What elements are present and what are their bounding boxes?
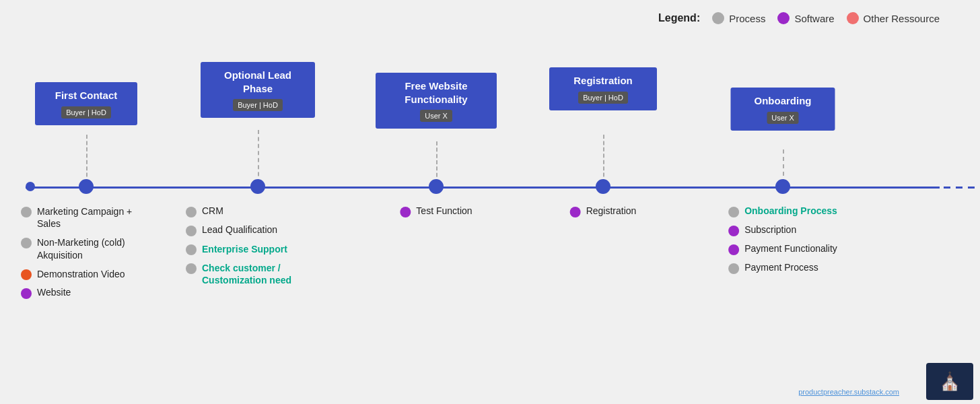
timeline-line (26, 187, 940, 189)
role-badge-free-website: User X (420, 110, 452, 122)
logo-box: ⛪ (926, 363, 973, 400)
list-item: Lead Qualification (186, 224, 330, 236)
role-badge-onboarding: User X (767, 112, 799, 124)
phase-label-registration: Registration (573, 75, 633, 86)
vline-registration (603, 135, 604, 183)
phase-box-onboarding: Onboarding User X (731, 88, 835, 131)
legend-item-other: Other Ressource (847, 12, 940, 24)
dot-icon (21, 288, 32, 299)
item-label: Non-Marketing (cold) Akquisition (37, 236, 151, 261)
milestone-optional-lead (250, 179, 265, 194)
dot-icon (728, 226, 739, 236)
process-dot-icon (712, 12, 724, 24)
item-label: Payment Functionality (744, 243, 837, 254)
items-onboarding: Onboarding Process Subscription Payment … (728, 205, 837, 274)
list-item: Non-Marketing (cold) Akquisition (21, 236, 151, 261)
phase-label-onboarding: Onboarding (755, 95, 812, 106)
dot-icon (728, 244, 739, 255)
list-item: CRM (186, 205, 330, 217)
item-label: CRM (202, 205, 223, 216)
vline-onboarding (783, 149, 784, 183)
legend-item-process: Process (712, 12, 765, 24)
dot-icon (21, 238, 32, 248)
item-label: Marketing Campaign + Sales (37, 205, 151, 230)
list-item: Marketing Campaign + Sales (21, 205, 151, 230)
dot-icon (728, 207, 739, 217)
legend-item-software: Software (777, 12, 834, 24)
legend-process-label: Process (729, 13, 765, 24)
list-item: Subscription (728, 224, 837, 236)
role-badge-registration: Buyer | HoD (578, 92, 628, 104)
list-item: Payment Functionality (728, 243, 837, 255)
list-item: Onboarding Process (728, 205, 837, 217)
legend-software-label: Software (794, 13, 834, 24)
vline-first-contact (86, 135, 88, 183)
other-dot-icon (847, 12, 859, 24)
dot-icon (21, 207, 32, 217)
list-item: Demonstration Video (21, 268, 151, 280)
milestone-first-contact (79, 179, 94, 194)
item-label: Subscription (744, 224, 796, 235)
dot-icon (400, 207, 411, 217)
item-label: Payment Process (744, 262, 818, 273)
list-item: Payment Process (728, 262, 837, 274)
item-label: Enterprise Support (202, 243, 287, 255)
dot-icon (21, 269, 32, 280)
timeline-dashed-extension (895, 187, 980, 189)
items-registration: Registration (570, 205, 637, 217)
legend: Legend: Process Software Other Ressource (658, 12, 940, 24)
phase-label-first-contact: First Contact (55, 90, 118, 101)
timeline-start-dot (26, 182, 35, 191)
phase-label-free-website: Free Website Functionality (405, 80, 467, 105)
phase-box-registration: Registration Buyer | HoD (549, 67, 657, 110)
vline-optional-lead (258, 130, 259, 183)
dot-icon (186, 263, 197, 274)
item-label: Test Function (416, 205, 472, 216)
list-item: Check customer / Customization need (186, 262, 330, 286)
item-label: Check customer / Customization need (202, 262, 330, 286)
phase-box-free-website: Free Website Functionality User X (376, 73, 497, 129)
item-label: Registration (586, 205, 637, 216)
list-item: Enterprise Support (186, 243, 330, 255)
phase-label-optional-lead: Optional Lead Phase (224, 69, 291, 94)
dot-icon (186, 244, 197, 255)
list-item: Test Function (400, 205, 472, 217)
software-dot-icon (777, 12, 790, 24)
legend-other-label: Other Ressource (864, 13, 940, 24)
item-label: Onboarding Process (744, 205, 837, 216)
milestone-onboarding (775, 179, 790, 194)
vline-free-website (436, 141, 438, 183)
item-label: Demonstration Video (37, 268, 125, 280)
milestone-registration (596, 179, 610, 194)
items-optional-lead: CRM Lead Qualification Enterprise Suppor… (186, 205, 330, 287)
item-label: Website (37, 287, 71, 298)
legend-title: Legend: (658, 12, 700, 24)
list-item: Registration (570, 205, 637, 217)
dot-icon (186, 207, 197, 217)
dot-icon (186, 226, 197, 236)
role-badge-first-contact: Buyer | HoD (61, 106, 111, 119)
items-free-website: Test Function (400, 205, 472, 217)
logo-icon: ⛪ (939, 371, 960, 392)
phase-box-optional-lead: Optional Lead Phase Buyer | HoD (201, 62, 315, 118)
dot-icon (570, 207, 581, 217)
phase-box-first-contact: First Contact Buyer | HoD (35, 82, 137, 125)
watermark: productpreacher.substack.com (798, 388, 899, 396)
dot-icon (728, 263, 739, 274)
items-first-contact: Marketing Campaign + Sales Non-Marketing… (21, 205, 151, 299)
milestone-free-website (429, 179, 444, 194)
list-item: Website (21, 287, 151, 299)
item-label: Lead Qualification (202, 224, 277, 235)
role-badge-optional-lead: Buyer | HoD (233, 99, 283, 111)
